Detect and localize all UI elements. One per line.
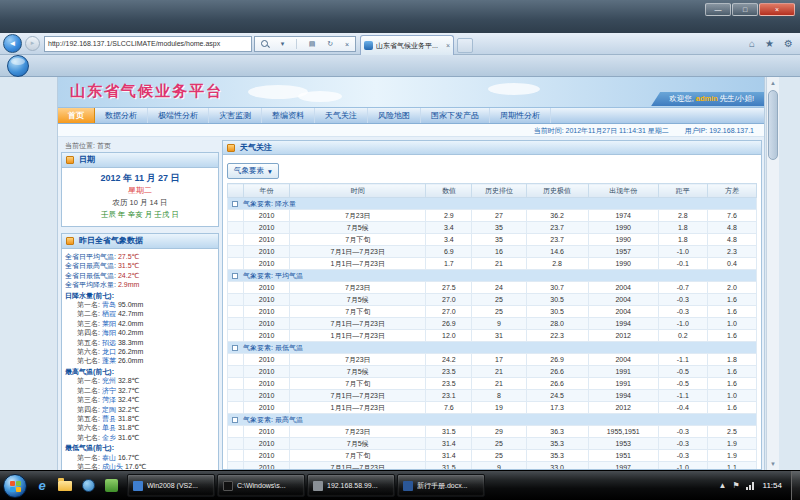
element-filter-button[interactable]: 气象要素 ▾ [227,163,279,179]
menu-item-5[interactable]: 整编资料 [262,108,315,123]
stop-button[interactable]: × [345,41,349,48]
station-link[interactable]: 蓬莱 [102,357,116,364]
ie-logo-button[interactable] [7,55,29,77]
start-button[interactable] [3,474,27,498]
menu-item-7[interactable]: 风险地图 [368,108,421,123]
station-link[interactable]: 兖州 [102,377,116,384]
tray-expand-icon[interactable]: ▲ [718,481,726,490]
close-button[interactable]: × [759,3,795,16]
taskbar-app-button[interactable]: 新行手册.docx... [397,474,485,497]
table-header-cell: 出现年份 [588,184,658,198]
taskbar-app-button[interactable]: C:\Windows\s... [217,474,305,497]
scrollbar-thumb[interactable] [768,90,778,160]
taskbar-media-player-icon[interactable] [78,475,98,497]
table-cell: -0.7 [658,282,707,294]
network-icon[interactable] [746,482,754,490]
station-link[interactable]: 泰山 [102,454,116,461]
table-row[interactable]: 20101月1日—7月23日12.03122.320120.21.6 [228,330,757,342]
show-desktop-button[interactable] [791,471,800,500]
tab-close-button[interactable]: × [446,42,450,49]
search-dropdown-icon[interactable]: ▾ [281,40,285,48]
summary-label: 全省日平均气温: [65,253,116,260]
station-link[interactable]: 栖霞 [102,310,116,317]
table-row[interactable]: 20107月下旬31.42535.31951-0.31.9 [228,450,757,462]
table-row[interactable]: 20107月1日—7月23日6.91614.61957-1.02.3 [228,246,757,258]
table-row[interactable]: 20107月23日27.52430.72004-0.72.0 [228,282,757,294]
taskbar-app-icon[interactable] [101,475,121,497]
taskbar-app-button[interactable]: Win2008 (VS2... [127,474,215,497]
station-link[interactable]: 成山头 [102,463,123,470]
station-link[interactable]: 莱阳 [102,320,116,327]
scroll-down-button[interactable]: ▼ [767,458,779,470]
favorites-button[interactable]: ★ [765,37,774,51]
table-group-row[interactable]: 气象要素: 降水量 [228,198,757,210]
station-link[interactable]: 金乡 [102,434,116,441]
table-row[interactable]: 20107月23日24.21726.92004-1.11.8 [228,354,757,366]
search-icon[interactable] [261,40,269,48]
station-link[interactable]: 单县 [102,424,116,431]
clock[interactable]: 11:54 [763,481,782,490]
menu-item-6[interactable]: 天气关注 [315,108,368,123]
site-banner: 山东省气候业务平台 欢迎您,admin先生/小姐! [58,77,764,107]
action-center-icon[interactable]: ⚑ [732,481,739,490]
table-cell: 1.6 [707,306,756,318]
taskbar-ie-icon[interactable]: e [32,475,52,497]
compatibility-icon[interactable]: ▤ [309,40,316,48]
table-row[interactable]: 20107月1日—7月23日31.5933.01997-1.01.1 [228,462,757,471]
forward-button[interactable]: ► [25,36,40,51]
browser-tab[interactable]: 山东省气候业务平... × [360,35,454,55]
table-row[interactable]: 20107月5候3.43523.719901.84.8 [228,222,757,234]
page-scrollbar[interactable]: ▲ ▼ [766,77,779,470]
table-cell: -0.3 [658,426,707,438]
webpage: 山东省气候业务平台 欢迎您,admin先生/小姐! 首页数据分析极端性分析灾害监… [57,77,765,470]
taskbar-app-button[interactable]: 192.168.58.99... [307,474,395,497]
group-collapse-checkbox[interactable] [232,201,238,207]
station-link[interactable]: 定陶 [102,406,116,413]
back-button[interactable]: ◄ [3,34,22,53]
maximize-button[interactable]: □ [732,3,758,16]
group-collapse-checkbox[interactable] [232,345,238,351]
address-bar[interactable]: http://192.168.137.1/SLCCLIMATE/modules/… [44,36,252,52]
table-row[interactable]: 20107月5候23.52126.61991-0.51.6 [228,366,757,378]
table-group-row[interactable]: 气象要素: 平均气温 [228,270,757,282]
taskbar-explorer-icon[interactable] [55,475,75,497]
station-link[interactable]: 菏泽 [102,396,116,403]
table-row[interactable]: 20107月下旬27.02530.52004-0.31.6 [228,306,757,318]
station-link[interactable]: 海阳 [102,329,116,336]
menu-item-4[interactable]: 灾害监测 [209,108,262,123]
station-link[interactable]: 青岛 [102,301,116,308]
table-cell: 2010 [244,366,290,378]
menu-item-9[interactable]: 周期性分析 [490,108,551,123]
menu-item-1[interactable]: 首页 [58,108,95,123]
new-tab-button[interactable] [457,38,473,53]
table-row[interactable]: 20107月23日31.52936.31955,1951-0.32.5 [228,426,757,438]
table-cell: 1.8 [707,354,756,366]
table-cell: -0.3 [658,438,707,450]
table-row[interactable]: 20107月1日—7月23日26.9928.01994-1.01.0 [228,318,757,330]
table-row[interactable]: 20107月下旬3.43523.719901.84.8 [228,234,757,246]
table-row[interactable]: 20101月1日—7月23日1.7212.81990-0.10.4 [228,258,757,270]
rank-value: 26.0mm [118,357,143,364]
group-collapse-checkbox[interactable] [232,273,238,279]
home-button[interactable]: ⌂ [749,37,755,51]
refresh-button[interactable]: ↻ [327,40,333,48]
station-link[interactable]: 龙口 [102,348,116,355]
table-row[interactable]: 20107月1日—7月23日23.1824.51994-1.11.0 [228,390,757,402]
table-row[interactable]: 20107月23日2.92736.219742.87.6 [228,210,757,222]
table-row[interactable]: 20107月下旬23.52126.61991-0.51.6 [228,378,757,390]
scroll-up-button[interactable]: ▲ [767,77,779,89]
station-link[interactable]: 济宁 [102,387,116,394]
station-link[interactable]: 曹县 [102,415,116,422]
tools-button[interactable]: ⚙ [784,37,793,51]
table-row[interactable]: 20107月5候27.02530.52004-0.31.6 [228,294,757,306]
table-group-row[interactable]: 气象要素: 最高气温 [228,414,757,426]
station-link[interactable]: 招远 [102,339,116,346]
group-collapse-checkbox[interactable] [232,417,238,423]
menu-item-8[interactable]: 国家下发产品 [421,108,490,123]
menu-item-3[interactable]: 极端性分析 [148,108,209,123]
table-group-row[interactable]: 气象要素: 最低气温 [228,342,757,354]
table-row[interactable]: 20101月1日—7月23日7.61917.32012-0.41.6 [228,402,757,414]
table-row[interactable]: 20107月5候31.42535.31953-0.31.9 [228,438,757,450]
minimize-button[interactable]: — [705,3,731,16]
menu-item-2[interactable]: 数据分析 [95,108,148,123]
